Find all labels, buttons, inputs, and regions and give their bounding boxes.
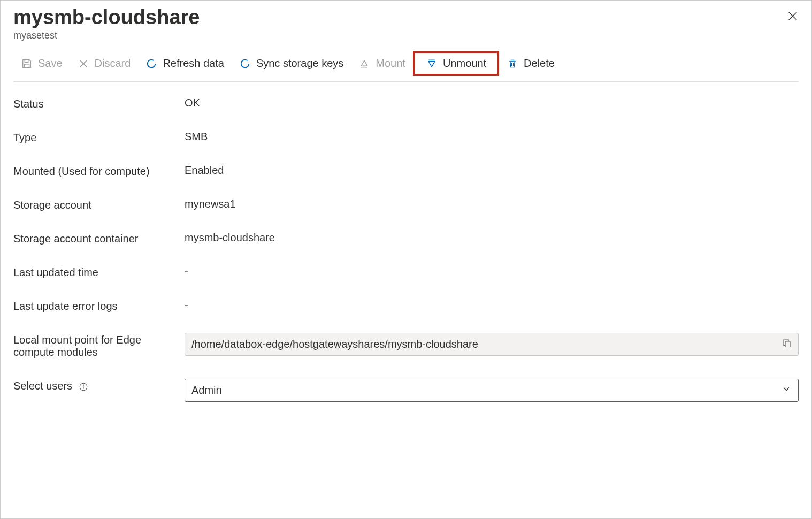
svg-point-12 xyxy=(83,385,83,385)
discard-button: Discard xyxy=(70,54,139,73)
status-value: OK xyxy=(185,97,799,109)
unmount-icon xyxy=(426,58,438,70)
delete-button[interactable]: Delete xyxy=(499,54,562,73)
refresh-data-button[interactable]: Refresh data xyxy=(138,54,232,73)
details-grid: Status OK Type SMB Mounted (Used for com… xyxy=(13,97,799,402)
discard-label: Discard xyxy=(95,57,131,70)
error-logs-value: - xyxy=(185,299,799,311)
mount-point-field-wrap: /home/databox-edge/hostgatewayshares/mys… xyxy=(185,333,799,356)
share-details-pane: mysmb-cloudshare myasetest Save Discard … xyxy=(1,1,811,415)
mount-point-value: /home/databox-edge/hostgatewayshares/mys… xyxy=(191,338,478,350)
container-label: Storage account container xyxy=(13,232,185,245)
unmount-label: Unmount xyxy=(443,57,486,70)
sync-icon xyxy=(239,58,251,70)
mounted-value: Enabled xyxy=(185,164,799,177)
unmount-button[interactable]: Unmount xyxy=(418,54,494,73)
select-users-field-wrap: Admin xyxy=(185,379,799,402)
unmount-highlight: Unmount xyxy=(413,51,499,76)
svg-rect-2 xyxy=(24,64,29,67)
page-title: mysmb-cloudshare xyxy=(13,6,799,29)
mount-label: Mount xyxy=(376,57,405,70)
save-button: Save xyxy=(13,54,70,73)
select-users-value: Admin xyxy=(191,384,222,396)
type-label: Type xyxy=(13,131,185,144)
info-icon[interactable] xyxy=(79,382,88,392)
error-logs-label: Last update error logs xyxy=(13,299,185,312)
page-subtitle: myasetest xyxy=(13,30,799,41)
sync-label: Sync storage keys xyxy=(256,57,343,70)
copy-mount-point-button[interactable] xyxy=(782,338,792,351)
discard-icon xyxy=(78,58,89,70)
delete-label: Delete xyxy=(524,57,555,70)
type-value: SMB xyxy=(185,131,799,143)
toolbar: Save Discard Refresh data Sync storage k… xyxy=(13,51,799,82)
delete-icon xyxy=(507,58,518,70)
copy-icon xyxy=(782,338,792,348)
last-updated-label: Last updated time xyxy=(13,265,185,279)
mount-button: Mount xyxy=(351,54,413,73)
select-users-label-cell: Select users xyxy=(13,379,185,392)
refresh-label: Refresh data xyxy=(163,57,224,70)
chevron-down-icon xyxy=(781,384,792,397)
storage-account-value: mynewsa1 xyxy=(185,198,799,210)
save-label: Save xyxy=(38,57,63,70)
refresh-icon xyxy=(145,58,157,70)
last-updated-value: - xyxy=(185,265,799,278)
svg-rect-9 xyxy=(785,341,790,347)
sync-storage-keys-button[interactable]: Sync storage keys xyxy=(232,54,351,73)
select-users-label: Select users xyxy=(13,380,72,392)
mount-icon xyxy=(358,58,370,70)
select-users-dropdown[interactable]: Admin xyxy=(185,379,799,402)
mount-point-field: /home/databox-edge/hostgatewayshares/mys… xyxy=(185,333,799,356)
mount-point-label: Local mount point for Edge compute modul… xyxy=(13,333,185,358)
storage-account-label: Storage account xyxy=(13,198,185,211)
save-icon xyxy=(21,58,33,70)
mounted-label: Mounted (Used for compute) xyxy=(13,164,185,178)
container-value: mysmb-cloudshare xyxy=(185,232,799,244)
close-button[interactable] xyxy=(787,10,799,25)
close-icon xyxy=(787,10,799,22)
status-label: Status xyxy=(13,97,185,110)
